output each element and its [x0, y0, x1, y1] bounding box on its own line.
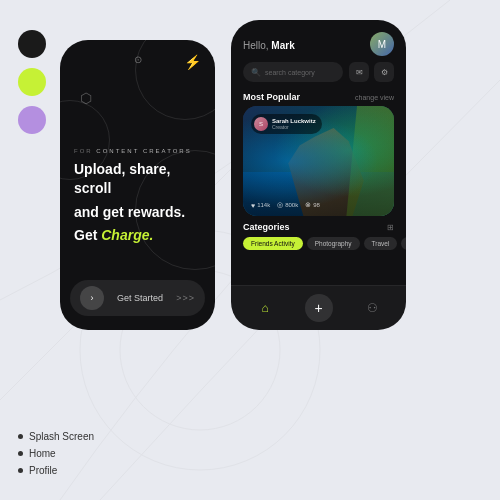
nav-add-button[interactable]: + [305, 294, 333, 322]
splash-text-area: FOR CONTENT CREATORS Upload, share, scro… [74, 148, 201, 250]
featured-handle: Creator [272, 124, 316, 130]
tag-travel[interactable]: Travel [364, 237, 398, 250]
splash-headline-1: Upload, share, scroll [74, 160, 201, 199]
splash-phone: ⊙ ⚡ ⬡ FOR CONTENT CREATORS Upload, share… [60, 40, 215, 330]
comments-count: 98 [313, 202, 320, 208]
featured-user-info: Sarah Luckwitz Creator [272, 118, 316, 130]
categories-section: Categories ⊞ Friends Activity Photograph… [231, 216, 406, 254]
splash-headline-3: Get Charge. [74, 226, 201, 246]
home-phone: Hello, Mark M 🔍 search category ✉ ⚙ Most… [231, 20, 406, 330]
search-row: 🔍 search category ✉ ⚙ [231, 62, 406, 88]
most-popular-header: Most Popular change view [231, 88, 406, 106]
bottom-nav: ⌂ + ⚇ [231, 285, 406, 330]
swatch-black [18, 30, 46, 58]
tag-art[interactable]: Art [401, 237, 406, 250]
greeting-text: Hello, [243, 40, 271, 51]
settings-icon-btn[interactable]: ⚙ [374, 62, 394, 82]
search-icon: 🔍 [251, 68, 261, 77]
screen-labels: Splash Screen Home Profile [18, 431, 94, 482]
nav-profile[interactable]: ⚇ [358, 294, 386, 322]
color-swatches [18, 30, 46, 134]
change-view-btn[interactable]: change view [355, 94, 394, 101]
stat-views: ◎ 800k [277, 201, 298, 209]
search-placeholder: search category [265, 69, 315, 76]
label-home: Home [18, 448, 94, 459]
message-icon-btn[interactable]: ✉ [349, 62, 369, 82]
deco-circle-1 [135, 40, 215, 120]
most-popular-title: Most Popular [243, 92, 300, 102]
tag-friends-activity[interactable]: Friends Activity [243, 237, 303, 250]
swatch-lime [18, 68, 46, 96]
phones-area: ⊙ ⚡ ⬡ FOR CONTENT CREATORS Upload, share… [60, 20, 490, 330]
get-started-label[interactable]: Get Started [117, 293, 163, 303]
comments-icon: ⊗ [305, 201, 311, 209]
bullet-profile [18, 468, 23, 473]
nav-home[interactable]: ⌂ [251, 294, 279, 322]
bullet-splash [18, 434, 23, 439]
featured-stats: ♥ 114k ◎ 800k ⊗ 98 [251, 201, 320, 209]
bullet-home [18, 451, 23, 456]
views-icon: ◎ [277, 201, 283, 209]
home-header: Hello, Mark M [231, 20, 406, 62]
heart-icon: ♥ [251, 202, 255, 209]
stat-likes: ♥ 114k [251, 202, 270, 209]
splash-arrows: >>> [176, 293, 195, 303]
tag-photography[interactable]: Photography [307, 237, 360, 250]
action-icons: ✉ ⚙ [349, 62, 394, 82]
username-text: Mark [271, 40, 294, 51]
charge-brand: Charge. [101, 227, 153, 243]
featured-card[interactable]: S Sarah Luckwitz Creator ♥ 114k ◎ 800k [243, 106, 394, 216]
likes-count: 114k [257, 202, 270, 208]
label-splash-text: Splash Screen [29, 431, 94, 442]
featured-avatar: S [254, 117, 268, 131]
categories-header: Categories ⊞ [243, 222, 394, 232]
label-profile-text: Profile [29, 465, 57, 476]
label-splash: Splash Screen [18, 431, 94, 442]
settings-icon: ⊙ [134, 54, 142, 65]
splash-headline-2: and get rewards. [74, 203, 201, 223]
cube-icon: ⬡ [80, 90, 92, 106]
featured-user-tag: S Sarah Luckwitz Creator [251, 114, 322, 134]
splash-arrow-btn[interactable]: › [80, 286, 104, 310]
grid-icon[interactable]: ⊞ [387, 223, 394, 232]
lightning-icon: ⚡ [184, 54, 201, 70]
views-count: 800k [285, 202, 298, 208]
user-avatar[interactable]: M [370, 32, 394, 56]
home-greeting: Hello, Mark [243, 35, 295, 53]
search-bar[interactable]: 🔍 search category [243, 62, 343, 82]
category-tags: Friends Activity Photography Travel Art [243, 237, 394, 250]
label-profile: Profile [18, 465, 94, 476]
stat-comments: ⊗ 98 [305, 201, 320, 209]
swatch-purple [18, 106, 46, 134]
splash-bottom-bar: › Get Started >>> [70, 280, 205, 316]
label-home-text: Home [29, 448, 56, 459]
categories-title: Categories [243, 222, 290, 232]
for-label: FOR CONTENT CREATORS [74, 148, 201, 154]
